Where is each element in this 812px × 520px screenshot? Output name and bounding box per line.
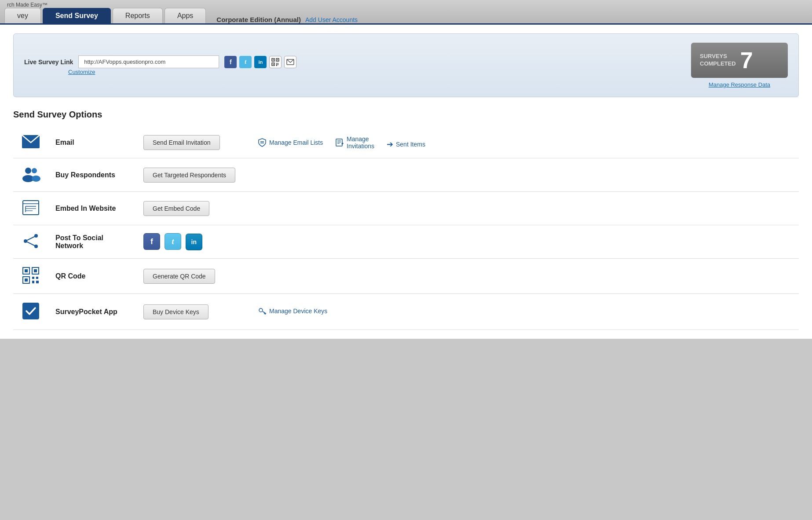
tab-reports[interactable]: Reports: [113, 8, 163, 23]
surveypocket-icon: [22, 302, 40, 320]
live-survey-label: Live Survey Link: [24, 59, 73, 66]
qr-icon-cell: [13, 259, 48, 294]
add-user-link[interactable]: Add User Accounts: [305, 16, 358, 23]
surveypocket-extras: Manage Device Keys: [251, 294, 799, 330]
svg-rect-6: [276, 63, 277, 64]
table-row: QR Code Generate QR Code: [13, 259, 799, 294]
live-survey-left: Live Survey Link f t in: [24, 55, 296, 75]
svg-rect-39: [32, 277, 34, 279]
surveys-completed-count: 7: [740, 49, 753, 72]
get-targeted-respondents-button[interactable]: Get Targeted Respondents: [143, 168, 235, 183]
svg-line-31: [26, 236, 36, 241]
options-title: Send Survey Options: [13, 110, 799, 120]
svg-rect-42: [36, 281, 39, 283]
manage-response-link[interactable]: Manage Response Data: [709, 81, 770, 88]
facebook-post-button[interactable]: f: [143, 233, 160, 250]
table-row: Post To Social Network f t in: [13, 225, 799, 259]
users-icon: [21, 166, 40, 182]
surveypocket-label: SurveyPocket App: [48, 294, 136, 330]
arrow-right-icon: ➔: [387, 139, 393, 149]
svg-rect-1: [273, 59, 274, 60]
facebook-share-icon[interactable]: f: [224, 56, 237, 68]
email-share-icon[interactable]: [284, 56, 296, 68]
manage-invitations-link[interactable]: ManageInvitations: [335, 135, 374, 150]
linkedin-post-button[interactable]: in: [186, 234, 202, 250]
tabs-row: vey Send Survey Reports Apps Corporate E…: [0, 8, 812, 23]
buy-respondents-label: Buy Respondents: [48, 158, 136, 192]
qr-extras: [251, 259, 799, 294]
buy-respondents-button-cell: Get Targeted Respondents: [136, 158, 251, 192]
sent-items-link[interactable]: ➔ Sent Items: [387, 139, 425, 149]
manage-device-keys-link[interactable]: Manage Device Keys: [258, 307, 327, 315]
share-icon: [22, 233, 40, 249]
live-survey-section: Live Survey Link f t in: [13, 33, 799, 97]
email-button-cell: Send Email Invitation: [136, 127, 251, 158]
social-button-cell: f t in: [136, 225, 251, 259]
svg-rect-40: [36, 277, 38, 279]
buy-respondents-icon-cell: [13, 158, 48, 192]
tab-apps[interactable]: Apps: [165, 8, 206, 23]
live-survey-link-row: Live Survey Link f t in: [24, 55, 296, 68]
manage-email-lists-link[interactable]: Manage Email Lists: [258, 138, 323, 147]
surveys-completed-label: SURVEYS COMPLETED: [700, 53, 736, 68]
svg-rect-38: [25, 278, 28, 282]
svg-point-20: [32, 168, 37, 173]
svg-rect-34: [25, 269, 28, 272]
social-label: Post To Social Network: [48, 225, 136, 259]
email-icon-cell: [13, 127, 48, 158]
get-embed-code-button[interactable]: Get Embed Code: [143, 201, 209, 216]
app-name: rch Made Easy™: [7, 2, 48, 8]
svg-point-44: [259, 308, 263, 312]
surveypocket-icon-cell: [13, 294, 48, 330]
generate-qr-code-button[interactable]: Generate QR Code: [143, 269, 215, 284]
email-extras: Manage Email Lists ManageInvitations: [251, 127, 799, 158]
email-icon: [22, 135, 40, 149]
buy-respondents-extras: [251, 158, 799, 192]
customize-row: Customize: [24, 68, 296, 75]
linkedin-share-icon[interactable]: in: [254, 56, 267, 68]
qr-code-icon: [22, 267, 40, 284]
options-section: Send Survey Options Email Send Email Inv…: [13, 110, 799, 330]
surveys-completed-box: SURVEYS COMPLETED 7: [691, 43, 788, 78]
header-top: rch Made Easy™: [0, 0, 812, 8]
svg-point-18: [25, 168, 31, 174]
options-table: Email Send Email Invitation Manage Email…: [13, 127, 799, 330]
svg-rect-7: [278, 63, 278, 64]
twitter-share-icon[interactable]: t: [239, 56, 252, 68]
header-info: Corporate Edition (Annual) Add User Acco…: [208, 16, 812, 23]
svg-rect-9: [278, 64, 278, 65]
svg-rect-3: [277, 59, 278, 60]
embed-button-cell: Get Embed Code: [136, 192, 251, 225]
table-row: Buy Respondents Get Targeted Respondents: [13, 158, 799, 192]
email-label: Email: [48, 127, 136, 158]
key-icon: [258, 307, 267, 315]
surveys-right: SURVEYS COMPLETED 7 Manage Response Data: [691, 43, 788, 88]
customize-link[interactable]: Customize: [68, 69, 95, 75]
qr-button-cell: Generate QR Code: [136, 259, 251, 294]
main-content: Live Survey Link f t in: [0, 25, 812, 339]
svg-rect-36: [34, 269, 37, 272]
svg-rect-41: [32, 281, 34, 283]
shield-icon: [258, 138, 267, 147]
embed-icon: [22, 200, 40, 216]
tab-survey[interactable]: vey: [4, 8, 41, 23]
social-icon-cell: [13, 225, 48, 259]
send-email-invitation-button[interactable]: Send Email Invitation: [143, 135, 220, 150]
embed-label: Embed In Website: [48, 192, 136, 225]
svg-line-32: [26, 241, 36, 246]
embed-icon-cell: [13, 192, 48, 225]
qr-share-icon[interactable]: [269, 56, 282, 68]
edit-icon: [335, 138, 344, 147]
live-survey-input[interactable]: [78, 55, 219, 68]
buy-device-keys-button[interactable]: Buy Device Keys: [143, 304, 208, 319]
social-extras: [251, 225, 799, 259]
svg-rect-43: [22, 303, 39, 319]
embed-extras: [251, 192, 799, 225]
qr-label: QR Code: [48, 259, 136, 294]
svg-rect-5: [273, 64, 274, 65]
surveypocket-button-cell: Buy Device Keys: [136, 294, 251, 330]
svg-point-21: [32, 176, 40, 182]
tab-send-survey[interactable]: Send Survey: [43, 8, 111, 23]
twitter-post-button[interactable]: t: [165, 233, 181, 250]
svg-rect-8: [276, 64, 277, 66]
